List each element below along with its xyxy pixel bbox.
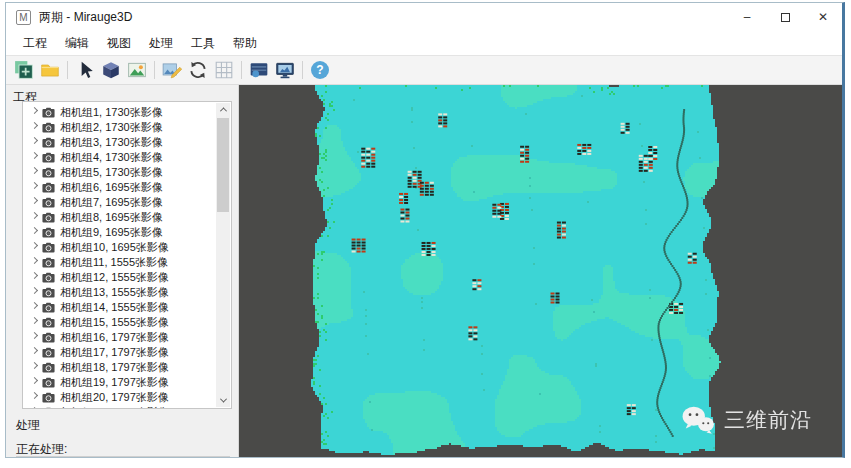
main-content: 工程 相机组1, 1730张影像 相机组2, 1730张影像 (6, 85, 842, 457)
camera-group-tree: 相机组1, 1730张影像 相机组2, 1730张影像 相机组3, 1730张影… (22, 101, 232, 409)
tree-item[interactable]: 相机组11, 1555张影像 (23, 255, 216, 270)
camera-icon (42, 197, 55, 208)
camera-icon (42, 407, 55, 409)
tree-item-label: 相机组8, 1695张影像 (60, 210, 163, 225)
menu-item[interactable]: 视图 (98, 32, 140, 55)
tree-item[interactable]: 相机组6, 1695张影像 (23, 180, 216, 195)
tree-item[interactable]: 相机组21, 1628张影像 (23, 405, 216, 409)
tree-item-label: 相机组1, 1730张影像 (60, 105, 163, 120)
scroll-down-icon (219, 396, 226, 403)
tree-item[interactable]: 相机组20, 1797张影像 (23, 390, 216, 405)
tree-item[interactable]: 相机组14, 1555张影像 (23, 300, 216, 315)
watermark: 三维前沿 (681, 405, 812, 435)
scrollbar-thumb[interactable] (217, 118, 229, 212)
window-controls: – ✕ (728, 3, 842, 31)
tree-item[interactable]: 相机组10, 1695张影像 (23, 240, 216, 255)
tree-list: 相机组1, 1730张影像 相机组2, 1730张影像 相机组3, 1730张影… (23, 105, 216, 409)
edit-image-button[interactable] (160, 58, 184, 82)
tree-item[interactable]: 相机组19, 1797张影像 (23, 375, 216, 390)
minimize-icon: – (744, 10, 751, 24)
grid-view-button[interactable] (212, 58, 236, 82)
tree-item[interactable]: 相机组16, 1797张影像 (23, 330, 216, 345)
menu-bar: 工程编辑视图处理工具帮助 (6, 31, 842, 55)
maximize-button[interactable] (766, 3, 804, 31)
project-panel: 工程 相机组1, 1730张影像 相机组2, 1730张影像 (6, 85, 239, 457)
tree-item[interactable]: 相机组2, 1730张影像 (23, 120, 216, 135)
tree-item[interactable]: 相机组4, 1730张影像 (23, 150, 216, 165)
camera-icon (42, 122, 55, 133)
watermark-text: 三维前沿 (724, 406, 812, 434)
tree-item[interactable]: 相机组9, 1695张影像 (23, 225, 216, 240)
tree-item[interactable]: 相机组17, 1797张影像 (23, 345, 216, 360)
tree-item-label: 相机组19, 1797张影像 (60, 375, 169, 390)
scroll-up-icon (219, 107, 226, 114)
open-folder-button[interactable] (38, 58, 62, 82)
tree-item-label: 相机组15, 1555张影像 (60, 315, 169, 330)
help-button[interactable]: ? (308, 58, 332, 82)
viewport-3d[interactable]: 三维前沿 (239, 85, 842, 457)
monitor-display-button[interactable] (273, 58, 297, 82)
menu-item[interactable]: 工程 (14, 32, 56, 55)
tree-item-label: 相机组14, 1555张影像 (60, 300, 169, 315)
camera-icon (42, 287, 55, 298)
camera-icon (42, 332, 55, 343)
camera-icon (42, 317, 55, 328)
toolbar: ? (6, 55, 842, 85)
tree-item[interactable]: 相机组1, 1730张影像 (23, 105, 216, 120)
point-cloud-canvas[interactable] (239, 85, 841, 457)
tree-item-label: 相机组13, 1555张影像 (60, 285, 169, 300)
tree-item[interactable]: 相机组3, 1730张影像 (23, 135, 216, 150)
tree-item-label: 相机组5, 1730张影像 (60, 165, 163, 180)
tree-item[interactable]: 相机组18, 1797张影像 (23, 360, 216, 375)
camera-icon (42, 242, 55, 253)
tree-item-label: 相机组16, 1797张影像 (60, 330, 169, 345)
tree-item[interactable]: 相机组12, 1555张影像 (23, 270, 216, 285)
menu-item[interactable]: 工具 (182, 32, 224, 55)
app-icon: M (16, 10, 31, 25)
toolbar-separator (302, 61, 303, 79)
monitor-display-icon (275, 60, 295, 80)
minimize-button[interactable]: – (728, 3, 766, 31)
camera-icon (42, 107, 55, 118)
tree-item[interactable]: 相机组13, 1555张影像 (23, 285, 216, 300)
camera-icon (42, 227, 55, 238)
camera-icon (42, 212, 55, 223)
tree-item-label: 相机组12, 1555张影像 (60, 270, 169, 285)
edit-image-icon (162, 60, 182, 80)
new-project-button[interactable] (12, 58, 36, 82)
menu-item[interactable]: 处理 (140, 32, 182, 55)
camera-icon (42, 392, 55, 403)
camera-icon (42, 167, 55, 178)
scroll-down-button[interactable] (216, 394, 230, 407)
cube-3d-icon (101, 60, 121, 80)
maximize-icon (781, 13, 790, 22)
scroll-up-button[interactable] (216, 103, 230, 116)
cube-3d-button[interactable] (99, 58, 123, 82)
new-project-icon (14, 60, 34, 80)
close-icon: ✕ (818, 10, 828, 24)
processing-output-box (16, 456, 230, 457)
tree-scrollbar[interactable] (216, 103, 230, 407)
refresh-button[interactable] (186, 58, 210, 82)
menu-item[interactable]: 帮助 (224, 32, 266, 55)
camera-icon (42, 347, 55, 358)
select-cursor-button[interactable] (73, 58, 97, 82)
processing-section-title: 处理 (16, 417, 40, 434)
tree-item[interactable]: 相机组5, 1730张影像 (23, 165, 216, 180)
camera-icon (42, 182, 55, 193)
tree-item[interactable]: 相机组15, 1555张影像 (23, 315, 216, 330)
tree-item-label: 相机组17, 1797张影像 (60, 345, 169, 360)
refresh-icon (188, 60, 208, 80)
image-view-button[interactable] (125, 58, 149, 82)
camera-icon (42, 272, 55, 283)
menu-item[interactable]: 编辑 (56, 32, 98, 55)
tree-item[interactable]: 相机组8, 1695张影像 (23, 210, 216, 225)
tree-item-label: 相机组21, 1628张影像 (60, 405, 169, 409)
select-cursor-icon (75, 60, 95, 80)
tree-item-label: 相机组4, 1730张影像 (60, 150, 163, 165)
close-button[interactable]: ✕ (804, 3, 842, 31)
tree-item-label: 相机组9, 1695张影像 (60, 225, 163, 240)
camera-icon (42, 362, 55, 373)
tree-item[interactable]: 相机组7, 1695张影像 (23, 195, 216, 210)
block-panel-button[interactable] (247, 58, 271, 82)
